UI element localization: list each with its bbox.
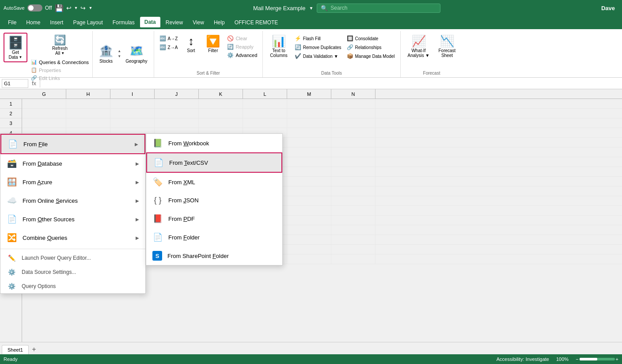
col-header-h[interactable]: H bbox=[66, 89, 110, 99]
sort-button[interactable]: ↕️ Sort bbox=[181, 33, 201, 55]
cell-n1[interactable] bbox=[331, 99, 375, 108]
menu-page-layout[interactable]: Page Layout bbox=[68, 17, 107, 28]
sort-az-button[interactable]: 🔤 A→Z bbox=[158, 34, 180, 42]
advanced-button[interactable]: ⚙️ Advanced bbox=[225, 51, 259, 59]
row-1[interactable]: 1 bbox=[0, 99, 22, 109]
geography-button[interactable]: 🗺️ Geography bbox=[123, 42, 150, 65]
data-validation-button[interactable]: ✔️ Data Validation ▼ bbox=[293, 52, 343, 60]
cell-g1[interactable] bbox=[22, 99, 66, 108]
what-if-analysis-button[interactable]: 📈 What-IfAnalysis ▼ bbox=[404, 33, 433, 60]
menu-data[interactable]: Data bbox=[140, 17, 160, 28]
queries-connections-button[interactable]: 📊 Queries & Connections bbox=[29, 58, 91, 66]
menu-insert[interactable]: Insert bbox=[46, 17, 68, 28]
menu-item-from-textcsv[interactable]: 📄 From Text/CSV bbox=[146, 152, 282, 173]
edit-links-button[interactable]: 🔗 Edit Links bbox=[29, 74, 91, 82]
col-header-k[interactable]: K bbox=[199, 89, 243, 99]
row-3[interactable]: 3 bbox=[0, 118, 22, 128]
data-source-label: Data Source Settings... bbox=[22, 269, 76, 275]
menu-office-remote[interactable]: OFFICE REMOTE bbox=[230, 17, 283, 28]
status-bar-right: Accessibility: Investigate 100% − + bbox=[497, 356, 618, 362]
menu-item-from-sharepoint[interactable]: S From SharePoint Folder bbox=[146, 246, 282, 265]
undo-dropdown[interactable]: ▼ bbox=[74, 6, 78, 10]
consolidate-icon: 🔲 bbox=[347, 35, 353, 42]
save-icon[interactable]: 💾 bbox=[55, 4, 64, 12]
menu-item-data-source[interactable]: ⚙️ Data Source Settings... bbox=[0, 265, 145, 279]
scroll-down-arrow[interactable]: ▼ bbox=[116, 54, 123, 59]
cell-j1[interactable] bbox=[155, 99, 199, 108]
menu-item-from-workbook[interactable]: 📗 From Workbook bbox=[146, 134, 282, 152]
cell-h1[interactable] bbox=[66, 99, 110, 108]
get-data-label2: Data ▼ bbox=[8, 55, 22, 60]
get-data-button[interactable]: 🗄️ Get Data ▼ bbox=[4, 33, 27, 62]
menu-view[interactable]: View bbox=[188, 17, 209, 28]
relationships-button[interactable]: 🔗 Relationships bbox=[345, 43, 397, 51]
menu-item-from-azure[interactable]: 🪟 From Azure ▶ bbox=[0, 173, 145, 191]
reapply-button[interactable]: 🔄 Reapply bbox=[225, 43, 259, 51]
scroll-up-arrow[interactable]: ▲ bbox=[116, 49, 123, 54]
cell-m1[interactable] bbox=[287, 99, 331, 108]
zoom-level: 100% bbox=[556, 356, 569, 362]
remove-duplicates-button[interactable]: 🔄 Remove Duplicates bbox=[293, 43, 343, 51]
col-header-g[interactable]: G bbox=[22, 89, 66, 99]
undo-icon[interactable]: ↩ bbox=[66, 4, 72, 11]
zoom-bar[interactable] bbox=[580, 358, 615, 360]
get-data-icon: 🗄️ bbox=[8, 35, 23, 50]
menu-formulas[interactable]: Formulas bbox=[108, 17, 139, 28]
title-dropdown-icon[interactable]: ▼ bbox=[309, 6, 313, 11]
sheet-tabs: Sheet1 + bbox=[0, 342, 622, 354]
workbook-title: Mail Merge Example bbox=[253, 5, 306, 11]
from-file-submenu: 📗 From Workbook 📄 From Text/CSV 🏷️ From … bbox=[146, 133, 283, 265]
formula-input[interactable] bbox=[42, 81, 620, 86]
zoom-out-icon[interactable]: − bbox=[576, 356, 578, 362]
menu-item-query-options[interactable]: ⚙️ Query Options bbox=[0, 279, 145, 293]
sheet-tab-1[interactable]: Sheet1 bbox=[2, 345, 29, 354]
col-header-l[interactable]: L bbox=[243, 89, 287, 99]
menu-item-combine[interactable]: 🔀 Combine Queries ▶ bbox=[0, 228, 145, 247]
flash-fill-button[interactable]: ⚡ Flash Fill bbox=[293, 34, 343, 42]
stocks-button[interactable]: 🏦 Stocks bbox=[96, 42, 116, 65]
menu-file[interactable]: File bbox=[4, 17, 21, 28]
col-header-m[interactable]: M bbox=[287, 89, 331, 99]
menu-item-from-xml[interactable]: 🏷️ From XML bbox=[146, 173, 282, 191]
properties-button[interactable]: 📋 Properties bbox=[29, 66, 91, 74]
menu-item-power-query[interactable]: ✏️ Launch Power Query Editor... bbox=[0, 251, 145, 265]
menu-item-from-pdf[interactable]: 📕 From PDF bbox=[146, 209, 282, 228]
consolidate-button[interactable]: 🔲 Consolidate bbox=[345, 34, 397, 42]
search-box[interactable]: 🔍 bbox=[317, 4, 440, 13]
zoom-slider[interactable]: − + bbox=[576, 356, 618, 362]
forecast-sheet-button[interactable]: 📉 ForecastSheet bbox=[435, 33, 459, 60]
cell-k1[interactable] bbox=[199, 99, 243, 108]
quick-access-dropdown[interactable]: ▼ bbox=[88, 6, 92, 10]
cell-l1[interactable] bbox=[243, 99, 287, 108]
col-header-n[interactable]: N bbox=[331, 89, 375, 99]
cell-i1[interactable] bbox=[110, 99, 155, 108]
menu-item-from-other[interactable]: 📄 From Other Sources ▶ bbox=[0, 210, 145, 228]
menu-item-from-json[interactable]: { } From JSON bbox=[146, 191, 282, 209]
filter-button[interactable]: 🔽 Filter bbox=[202, 33, 224, 55]
row-2[interactable]: 2 bbox=[0, 109, 22, 118]
manage-model-button[interactable]: 📦 Manage Data Model bbox=[345, 52, 397, 60]
search-input[interactable] bbox=[330, 5, 428, 11]
menu-home[interactable]: Home bbox=[22, 17, 45, 28]
text-to-columns-button[interactable]: 📊 Text toColumns bbox=[266, 33, 291, 60]
user-name[interactable]: Dave bbox=[601, 5, 618, 11]
clear-button[interactable]: 🚫 Clear bbox=[225, 34, 259, 42]
menu-item-from-folder[interactable]: 📄 From Folder bbox=[146, 228, 282, 246]
menu-help[interactable]: Help bbox=[209, 17, 229, 28]
col-header-j[interactable]: J bbox=[155, 89, 199, 99]
menu-item-from-online[interactable]: ☁️ From Online Services ▶ bbox=[0, 191, 145, 210]
add-sheet-button[interactable]: + bbox=[30, 345, 38, 354]
query-options-icon: ⚙️ bbox=[7, 283, 16, 290]
menu-item-from-file[interactable]: 📄 From File ▶ bbox=[0, 134, 145, 154]
from-json-label: From JSON bbox=[168, 197, 276, 204]
refresh-all-button[interactable]: 🔄 Refresh All ▼ bbox=[29, 34, 91, 57]
autosave-toggle[interactable] bbox=[27, 4, 42, 11]
sort-za-button[interactable]: 🔤 Z→A bbox=[158, 43, 180, 51]
menu-review[interactable]: Review bbox=[161, 17, 187, 28]
ribbon-col-tools2: ⚡ Flash Fill 🔄 Remove Duplicates ✔️ Data… bbox=[293, 34, 343, 60]
sort-icon: ↕️ bbox=[188, 34, 194, 48]
col-header-i[interactable]: I bbox=[110, 89, 155, 99]
menu-item-from-database[interactable]: 🗃️ From Database ▶ bbox=[0, 154, 145, 173]
redo-icon[interactable]: ↪ bbox=[80, 4, 86, 11]
zoom-in-icon[interactable]: + bbox=[616, 356, 618, 362]
